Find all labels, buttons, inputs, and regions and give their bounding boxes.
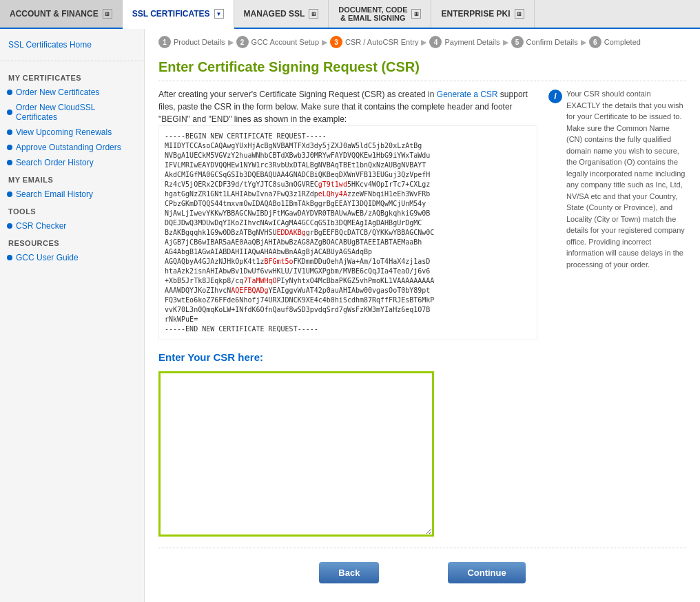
generate-csr-link[interactable]: Generate a CSR (437, 90, 498, 99)
nav-ssl-certificates[interactable]: SSL CERTIFICATES ▼ (123, 0, 234, 29)
side-note-text: Your CSR should contain EXACTLY the deta… (566, 88, 686, 537)
nav-enterprise-pki[interactable]: ENTERPRISE PKI ⊞ (431, 0, 534, 28)
nav-managed-ssl[interactable]: MANAGED SSL ⊞ (234, 0, 329, 28)
document-code-icon: ⊞ (411, 9, 421, 19)
sidebar-item-search-email-history[interactable]: Search Email History (0, 187, 144, 202)
step-6: 6 Completed (589, 36, 641, 48)
bullet-icon (7, 129, 12, 135)
step-2-num: 2 (236, 36, 249, 48)
main-container: SSL Certificates Home MY CERTIFICATES Or… (0, 29, 700, 602)
nav-account-finance[interactable]: ACCOUNT & FINANCE ⊞ (0, 0, 123, 28)
enterprise-pki-icon: ⊞ (515, 9, 524, 19)
csr-textarea[interactable] (158, 371, 434, 537)
bullet-icon (7, 223, 12, 229)
info-section: After creating your server's Certificate… (158, 88, 686, 537)
page-title: Enter Certificate Signing Request (CSR) (158, 59, 686, 81)
step-5-num: 5 (511, 36, 524, 48)
steps-bar: 1 Product Details ▶ 2 GCC Account Setup … (158, 36, 686, 48)
step-4-label: Payment Details (444, 38, 500, 46)
ssl-certificates-label: SSL CERTIFICATES (132, 9, 210, 19)
bullet-icon (7, 191, 12, 197)
bullet-icon (7, 255, 12, 260)
step-5: 5 Confirm Details (511, 36, 578, 48)
button-row: Back Continue (158, 562, 686, 583)
sidebar-item-order-cloudssl[interactable]: Order New CloudSSL Certificates (0, 100, 144, 125)
top-navigation: ACCOUNT & FINANCE ⊞ SSL CERTIFICATES ▼ M… (0, 0, 700, 29)
step-5-label: Confirm Details (526, 38, 578, 46)
step-2: 2 GCC Account Setup (236, 36, 319, 48)
intro-text: After creating your server's Certificate… (158, 90, 437, 99)
back-button[interactable]: Back (319, 562, 379, 583)
bullet-icon (7, 160, 12, 165)
step-4-num: 4 (429, 36, 442, 48)
account-finance-label: ACCOUNT & FINANCE (10, 9, 99, 19)
nav-document-code[interactable]: DOCUMENT, CODE& EMAIL SIGNING ⊞ (329, 0, 431, 28)
ssl-certificates-icon: ▼ (214, 9, 224, 19)
step-6-label: Completed (604, 38, 641, 46)
sidebar-item-approve-outstanding[interactable]: Approve Outstanding Orders (0, 140, 144, 155)
continue-button[interactable]: Continue (448, 562, 525, 583)
step-4: 4 Payment Details (429, 36, 500, 48)
document-code-label: DOCUMENT, CODE& EMAIL SIGNING (338, 6, 407, 22)
bullet-icon (7, 110, 12, 115)
csr-example-block: -----BEGIN NEW CERTIFICATE REQUEST----- … (158, 125, 537, 340)
account-finance-icon: ⊞ (103, 9, 112, 19)
sidebar-section-emails: MY EMAILS (0, 170, 144, 187)
sidebar: SSL Certificates Home MY CERTIFICATES Or… (0, 29, 145, 602)
sidebar-section-tools: TOOLS (0, 202, 144, 218)
step-1: 1 Product Details (158, 36, 225, 48)
step-3: 3 CSR / AutoCSR Entry (330, 36, 418, 48)
content-area: 1 Product Details ▶ 2 GCC Account Setup … (145, 29, 700, 602)
managed-ssl-label: MANAGED SSL (244, 9, 305, 19)
step-3-num: 3 (330, 36, 342, 48)
sidebar-item-view-upcoming-renewals[interactable]: View Upcoming Renewals (0, 125, 144, 140)
info-icon: i (548, 90, 562, 103)
step-1-label: Product Details (174, 38, 225, 46)
step-6-num: 6 (589, 36, 601, 48)
step-3-label: CSR / AutoCSR Entry (345, 38, 418, 46)
sidebar-item-csr-checker[interactable]: CSR Checker (0, 218, 144, 233)
csr-input-label: Enter Your CSR here: (158, 350, 537, 366)
info-side-note: i Your CSR should contain EXACTLY the de… (548, 88, 686, 537)
sidebar-item-search-order-history[interactable]: Search Order History (0, 155, 144, 170)
step-2-label: GCC Account Setup (251, 38, 319, 46)
sidebar-item-order-new-certificates[interactable]: Order New Certificates (0, 85, 144, 100)
sidebar-section-resources: RESOURCES (0, 233, 144, 250)
step-1-num: 1 (158, 36, 171, 48)
info-main-text: After creating your server's Certificate… (158, 88, 537, 537)
bullet-icon (7, 145, 12, 150)
sidebar-home-link[interactable]: SSL Certificates Home (0, 36, 144, 54)
managed-ssl-icon: ⊞ (309, 9, 318, 19)
enterprise-pki-label: ENTERPRISE PKI (441, 9, 510, 19)
sidebar-section-certificates: MY CERTIFICATES (0, 68, 144, 85)
bullet-icon (7, 90, 12, 95)
sidebar-item-gcc-user-guide[interactable]: GCC User Guide (0, 250, 144, 265)
